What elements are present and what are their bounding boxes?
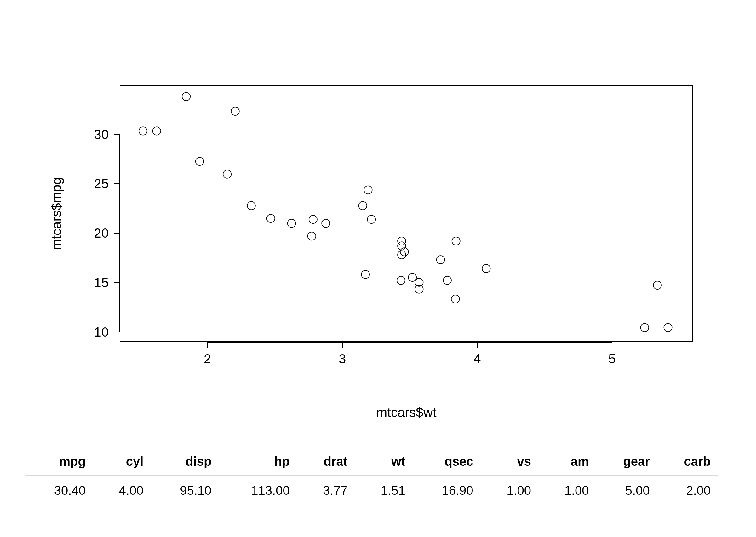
- data-point: [664, 323, 672, 332]
- data-table: mpgcyldisphpdratwtqsecvsamgearcarb 30.40…: [25, 451, 718, 501]
- table-header-cell: wt: [355, 451, 413, 475]
- table-row: 30.404.0095.10113.003.771.5116.901.001.0…: [25, 475, 718, 502]
- data-point: [309, 215, 317, 224]
- table-cell: 95.10: [151, 475, 219, 502]
- x-tick-label: 5: [608, 351, 616, 366]
- table-header-cell: am: [539, 451, 596, 475]
- y-tick-label: 30: [84, 127, 109, 142]
- data-point: [139, 127, 147, 135]
- x-axis-line: [207, 342, 612, 343]
- table-cell: 4.00: [93, 475, 151, 502]
- table-header-cell: cyl: [93, 451, 151, 475]
- table-cell: 1.51: [355, 475, 413, 502]
- y-tick-label: 20: [84, 226, 109, 241]
- x-tick-label: 4: [473, 351, 481, 366]
- x-tick-mark: [207, 342, 208, 348]
- table-header-cell: hp: [219, 451, 297, 475]
- data-point: [443, 276, 451, 285]
- data-point: [182, 92, 190, 101]
- x-tick-label: 2: [204, 351, 211, 366]
- y-axis-label: mtcars$mpg: [47, 85, 66, 342]
- data-point: [361, 270, 369, 278]
- data-point: [653, 281, 662, 289]
- table-cell: 113.00: [219, 475, 297, 502]
- data-point: [482, 265, 490, 272]
- y-tick-label: 10: [84, 325, 109, 340]
- table-cell: 2.00: [658, 475, 718, 502]
- table-cell: 30.40: [25, 475, 93, 502]
- data-point: [321, 219, 330, 227]
- data-point: [364, 186, 372, 194]
- y-tick-label: 15: [84, 275, 109, 290]
- y-tick-label: 25: [84, 176, 109, 191]
- table-header-cell: gear: [597, 451, 658, 475]
- x-tick-mark: [612, 342, 612, 348]
- table-header-cell: vs: [481, 451, 539, 475]
- table-header-cell: drat: [297, 451, 355, 475]
- scatter-plot: [120, 85, 693, 342]
- data-point: [196, 157, 204, 165]
- data-point: [223, 170, 231, 178]
- y-axis-line: [119, 135, 120, 332]
- data-point: [247, 202, 255, 210]
- table-header-cell: disp: [151, 451, 219, 475]
- table-header-cell: qsec: [413, 451, 481, 475]
- table-cell: 1.00: [481, 475, 539, 502]
- data-point: [267, 214, 275, 223]
- data-point: [397, 237, 406, 245]
- data-point: [308, 232, 316, 240]
- data-point: [359, 202, 367, 210]
- data-point: [152, 127, 161, 135]
- data-point: [640, 323, 649, 332]
- x-tick-mark: [477, 342, 477, 348]
- table-header-cell: carb: [658, 451, 718, 475]
- page-root: 2345 1015202530 mtcars$wt mtcars$mpg mpg…: [0, 0, 756, 537]
- data-point: [451, 295, 460, 303]
- y-axis-label-text: mtcars$mpg: [49, 177, 64, 250]
- data-point: [436, 256, 445, 264]
- table-cell: 16.90: [413, 475, 481, 502]
- table-cell: 5.00: [597, 475, 658, 502]
- data-point: [397, 276, 405, 285]
- x-axis-label: mtcars$wt: [120, 405, 693, 420]
- table-body: 30.404.0095.10113.003.771.5116.901.001.0…: [25, 475, 718, 502]
- data-point: [367, 215, 375, 224]
- table-cell: 1.00: [539, 475, 596, 502]
- data-point: [452, 237, 460, 245]
- table-header-cell: mpg: [25, 451, 93, 475]
- data-point: [231, 107, 240, 115]
- scatter-points-layer: [120, 86, 692, 341]
- table-header-row: mpgcyldisphpdratwtqsecvsamgearcarb: [25, 451, 718, 475]
- data-point: [287, 219, 296, 227]
- x-tick-mark: [342, 342, 343, 348]
- x-tick-label: 3: [339, 351, 346, 366]
- table-cell: 3.77: [297, 475, 355, 502]
